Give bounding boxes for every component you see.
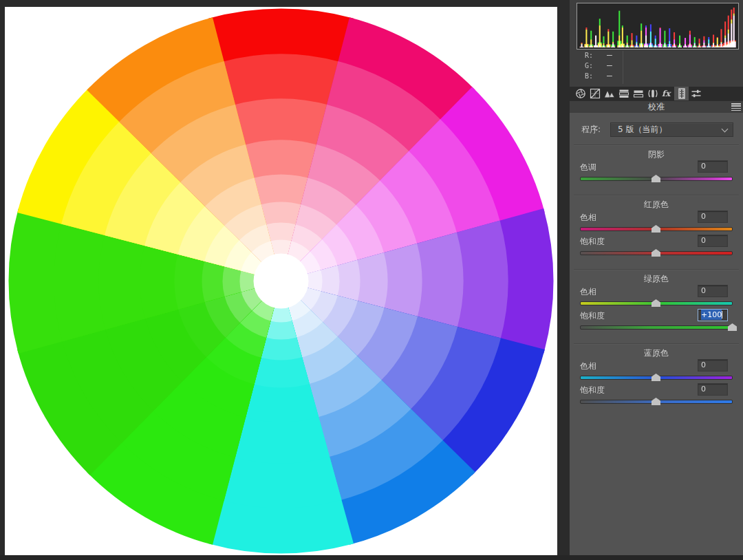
slider-label: 色相 — [580, 212, 596, 224]
slider-row: 饱和度 0 — [580, 383, 733, 396]
slider-label: 色相 — [580, 360, 596, 372]
rgb-readout: R: — G: — B: — — [570, 50, 743, 87]
slider-label: 色相 — [580, 286, 596, 298]
process-version-label: 程序: — [581, 124, 610, 136]
tab-detail[interactable] — [602, 87, 616, 100]
slider-value-field[interactable]: 0 — [698, 211, 728, 223]
calibration-section: 蓝原色 色相 0 饱和度 0 — [570, 348, 743, 410]
red-channel-value: — — [607, 50, 613, 60]
section-divider — [574, 144, 739, 145]
slider — [580, 298, 733, 308]
calibration-section: 绿原色 色相 0 饱和度 +100 — [570, 274, 743, 336]
panel-tab-strip: fx — [570, 87, 743, 100]
red-channel-label: R: — [585, 50, 597, 61]
slider-row: 色相 0 — [580, 359, 733, 371]
panel-title-bar: 校准 — [570, 100, 743, 113]
histogram — [577, 3, 739, 50]
tab-basic-adjustments[interactable] — [573, 87, 588, 100]
tone-curve-icon — [590, 88, 601, 99]
slider-handle[interactable] — [652, 299, 660, 307]
slider — [580, 173, 733, 184]
camera-raw-window: R: — G: — B: — — [0, 0, 743, 560]
slider-row: 色相 0 — [580, 285, 733, 297]
slider-value-field[interactable]: 0 — [698, 285, 728, 297]
lens-icon — [647, 88, 658, 99]
slider — [580, 322, 733, 332]
slider-row: 饱和度 +100 — [580, 309, 733, 321]
preview-image[interactable] — [5, 7, 557, 555]
blue-channel-value: — — [607, 70, 613, 80]
split-toning-icon — [633, 88, 644, 99]
slider-value-field[interactable]: 0 — [698, 160, 728, 173]
slider-label: 饱和度 — [580, 310, 605, 322]
tab-presets[interactable] — [689, 87, 703, 100]
panel-menu-icon[interactable] — [731, 103, 741, 111]
tab-split-toning[interactable] — [631, 87, 645, 100]
tab-hsl-grayscale[interactable] — [616, 87, 631, 100]
window-bottom-edge — [0, 555, 743, 560]
aperture-icon — [575, 88, 586, 99]
chevron-down-icon — [722, 126, 729, 133]
slider-value-field[interactable]: +100 — [698, 309, 728, 321]
tab-effects[interactable]: fx — [660, 87, 674, 100]
slider-handle[interactable] — [652, 374, 660, 381]
preview-canvas-area — [0, 0, 570, 560]
slider-row: 色相 0 — [580, 211, 733, 223]
green-channel-value: — — [607, 60, 613, 70]
slider-handle[interactable] — [728, 323, 737, 331]
tab-tone-curve[interactable] — [588, 87, 602, 100]
slider-row: 色调 0 — [580, 160, 733, 173]
histogram-zone: R: — G: — B: — — [570, 0, 743, 87]
process-version-value: 5 版（当前） — [618, 125, 667, 134]
section-divider — [574, 269, 739, 270]
rgb-row-blue: B: — — [570, 70, 743, 80]
slider-value-field[interactable]: 0 — [698, 383, 728, 396]
slider-label: 饱和度 — [580, 385, 605, 396]
readout-divider — [623, 51, 623, 84]
slider-label: 色调 — [580, 162, 596, 173]
slider-value-field[interactable]: 0 — [698, 235, 728, 247]
slider — [580, 224, 733, 234]
calibration-section: 阴影 色调 0 — [570, 149, 743, 187]
svg-text:fx: fx — [662, 89, 671, 98]
adjustments-panel: R: — G: — B: — — [570, 0, 743, 560]
tab-lens-corrections[interactable] — [645, 87, 660, 100]
sliders-icon — [691, 88, 702, 99]
slider-value-field[interactable]: 0 — [698, 359, 728, 371]
hsl-bands-icon — [618, 88, 629, 99]
green-channel-label: G: — [585, 61, 597, 71]
slider-row: 饱和度 0 — [580, 235, 733, 247]
section-title: 绿原色 — [580, 274, 733, 284]
slider-handle[interactable] — [652, 249, 660, 257]
sharpen-triangles-icon — [604, 88, 615, 99]
process-version-dropdown[interactable]: 5 版（当前） — [610, 122, 733, 137]
panel-title: 校准 — [570, 101, 743, 113]
slider-handle[interactable] — [652, 175, 660, 182]
slider-label: 饱和度 — [580, 236, 605, 248]
section-title: 红原色 — [580, 200, 733, 210]
rgb-row-green: G: — — [570, 60, 743, 70]
section-title: 蓝原色 — [580, 348, 733, 358]
slider — [580, 248, 733, 258]
section-divider — [574, 343, 739, 344]
slider-handle[interactable] — [652, 225, 660, 233]
slider-track[interactable] — [580, 325, 733, 330]
calibration-panel-body: 程序: 5 版（当前） 阴影 色调 0 红原色 — [570, 122, 743, 410]
section-title: 阴影 — [580, 149, 733, 160]
fx-icon: fx — [661, 88, 673, 99]
color-wheel-image — [5, 7, 557, 555]
tab-camera-calibration[interactable] — [674, 87, 689, 100]
slider-handle[interactable] — [652, 398, 660, 405]
calibration-section: 红原色 色相 0 饱和度 0 — [570, 200, 743, 261]
film-strip-icon — [676, 88, 687, 99]
slider — [580, 372, 733, 383]
wheel-center — [254, 254, 309, 309]
process-version-row: 程序: 5 版（当前） — [581, 122, 733, 137]
section-divider — [574, 195, 739, 195]
slider — [580, 396, 733, 407]
rgb-row-red: R: — — [570, 50, 743, 60]
blue-channel-label: B: — [585, 71, 597, 81]
